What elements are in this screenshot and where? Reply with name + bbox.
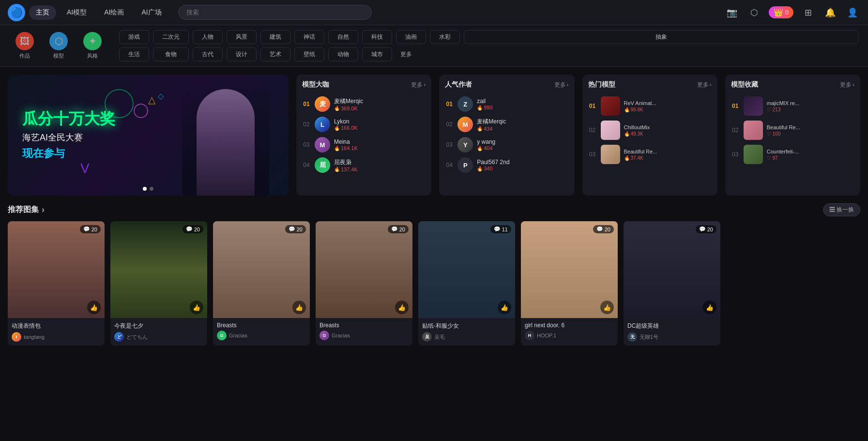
- type-models[interactable]: ⬡ 模型: [42, 29, 76, 62]
- rank-number: 04: [302, 162, 311, 168]
- model-stat: 🔥49.3K: [624, 131, 712, 137]
- cat-landscape[interactable]: 风景: [227, 30, 257, 44]
- model-master-item[interactable]: 04 屈 屈夜枭 🔥137.4K: [302, 155, 426, 175]
- collection-item[interactable]: 03 Counterfeit-... ♡ 97: [731, 142, 854, 167]
- cat-design[interactable]: 设计: [227, 47, 257, 61]
- image-card[interactable]: 💬 20 👍 Breasts G Gracias: [316, 221, 412, 346]
- cat-watercolor[interactable]: 水彩: [430, 30, 460, 44]
- rank-number: 02: [731, 127, 740, 134]
- cat-person[interactable]: 人物: [193, 30, 223, 44]
- hot-model-item[interactable]: 02 ChilloutMix 🔥49.3K: [588, 118, 712, 142]
- styles-label: 风格: [87, 52, 98, 60]
- badge-count: 11: [502, 227, 508, 232]
- model-master-item[interactable]: 01 麦 麦橘Merqic 🔥369.0K: [302, 94, 426, 114]
- cat-anime[interactable]: 二次元: [153, 30, 189, 44]
- collection-item[interactable]: 02 Beautiful Re... ♡ 100: [731, 118, 854, 142]
- author-name: HOOP.1: [537, 333, 556, 338]
- rank-number: 02: [445, 121, 454, 128]
- badge-count: 20: [605, 227, 610, 232]
- thumb-placeholder: [601, 121, 620, 140]
- type-styles[interactable]: ✦ 风格: [76, 29, 109, 62]
- card-title: Breasts: [320, 322, 409, 329]
- cat-life[interactable]: 生活: [119, 47, 149, 61]
- cat-game[interactable]: 游戏: [119, 30, 149, 44]
- banner-dot-1[interactable]: [143, 187, 147, 191]
- banner-dot-2[interactable]: [150, 187, 153, 191]
- card-count-badge: 💬 20: [593, 225, 614, 233]
- panel-header-hot: 热门模型 更多 ›: [588, 80, 712, 89]
- nav-right-area: 📷 ⬡ 👑 0 ⊞ 🔔 👤: [709, 5, 860, 20]
- artworks-label: 作品: [19, 52, 30, 60]
- cat-nature[interactable]: 自然: [328, 30, 358, 44]
- image-card[interactable]: 💬 20 👍 Breasts G Gracias: [213, 221, 310, 346]
- image-card[interactable]: 💬 20 👍 今夜是七夕 ど どてちん: [110, 221, 207, 346]
- cat-more[interactable]: 更多: [396, 48, 426, 61]
- card-like-button[interactable]: 👍: [292, 301, 306, 314]
- cat-city[interactable]: 城市: [362, 47, 392, 61]
- image-card[interactable]: 💬 20 👍 DC超级英雄 无 无聊1号: [624, 221, 720, 346]
- card-like-button[interactable]: 👍: [87, 301, 101, 314]
- card-like-button[interactable]: 👍: [600, 301, 614, 314]
- model-masters-panel: 模型大咖 更多 › 01 麦 麦橘Merqic 🔥369.0K 02 L Lyk…: [296, 75, 431, 196]
- user-info: 麦橘Merqic 🔥434: [477, 118, 568, 132]
- model-master-item[interactable]: 03 M Meina 🔥164.1K: [302, 135, 426, 155]
- panel-more-hot[interactable]: 更多 ›: [697, 81, 712, 89]
- hot-model-item[interactable]: 03 Beautiful Re... 🔥37.4K: [588, 142, 712, 167]
- cat-tech[interactable]: 科技: [362, 30, 392, 44]
- author-item[interactable]: 04 P Paul567 2nd 🔥340: [445, 155, 568, 175]
- notification-button[interactable]: 🔔: [822, 5, 838, 20]
- rank-number: 02: [302, 121, 311, 128]
- author-item[interactable]: 03 Y y wang 🔥404: [445, 135, 568, 155]
- camera-button[interactable]: 📷: [724, 5, 740, 20]
- card-thumbnail: 💬 20 👍: [521, 221, 618, 318]
- card-like-button[interactable]: 👍: [190, 301, 203, 314]
- nav-item-ai-model[interactable]: AI模型: [60, 5, 93, 20]
- grid-button[interactable]: ⊞: [800, 5, 816, 20]
- app-logo[interactable]: 🔵: [8, 4, 25, 21]
- image-card[interactable]: 💬 11 👍 贴纸-和服少女 吴 吴毛: [418, 221, 515, 346]
- points-badge[interactable]: 👑 0: [769, 6, 793, 18]
- cat-abstract[interactable]: 抽象: [464, 30, 858, 44]
- thumb-placeholder: [601, 145, 620, 164]
- image-card[interactable]: 💬 20 👍 girl next door. 6 H HOOP.1: [521, 221, 618, 346]
- image-card[interactable]: 💬 20 👍 动漫表情包 t tangtang: [8, 221, 105, 346]
- collection-item[interactable]: 01 majicMIX re... ♡ 213: [731, 94, 854, 118]
- author-item[interactable]: 02 M 麦橘Merqic 🔥434: [445, 114, 568, 135]
- collection-name: Beautiful Re...: [767, 124, 854, 131]
- card-like-button[interactable]: 👍: [703, 301, 716, 314]
- type-artworks[interactable]: 🖼 作品: [8, 29, 42, 62]
- panel-title-authors: 人气作者: [445, 80, 472, 89]
- collection-thumbnail: [744, 96, 763, 116]
- model-master-item[interactable]: 02 L Lykon 🔥166.0K: [302, 114, 426, 135]
- hero-banner[interactable]: △ ◇ V 瓜分十万大奖 海艺AI全民大赛 现在参与: [8, 75, 289, 196]
- panel-more-models[interactable]: 更多 ›: [411, 81, 426, 89]
- author-name: Gracias: [229, 333, 247, 338]
- cat-food[interactable]: 食物: [153, 47, 189, 61]
- cat-wallpaper[interactable]: 壁纸: [294, 47, 324, 61]
- card-like-button[interactable]: 👍: [498, 301, 511, 314]
- card-like-button[interactable]: 👍: [395, 301, 409, 314]
- author-name: 无聊1号: [640, 334, 658, 341]
- cat-art[interactable]: 艺术: [260, 47, 290, 61]
- card-author: 吴 吴毛: [422, 332, 511, 342]
- author-item[interactable]: 01 Z zail 🔥990: [445, 94, 568, 114]
- switch-button[interactable]: ☰ 换一换: [823, 203, 860, 216]
- hot-model-item[interactable]: 01 ReV Animat... 🔥98.8K: [588, 94, 712, 118]
- artworks-icon: 🖼: [15, 32, 34, 50]
- nav-item-ai-plaza[interactable]: AI广场: [135, 5, 168, 20]
- nav-item-ai-paint[interactable]: AI绘画: [97, 5, 131, 20]
- cat-ancient[interactable]: 古代: [193, 47, 223, 61]
- cat-myth[interactable]: 神话: [294, 30, 324, 44]
- panel-more-collections[interactable]: 更多 ›: [840, 81, 854, 89]
- recommend-section: 推荐图集 › ☰ 换一换 💬 20 👍 动漫表情包 t tangtang: [0, 203, 868, 353]
- cat-architecture[interactable]: 建筑: [260, 30, 290, 44]
- user-button[interactable]: 👤: [845, 5, 860, 20]
- hot-models-list: 01 ReV Animat... 🔥98.8K 02 ChilloutMix 🔥…: [588, 94, 712, 167]
- search-input[interactable]: [178, 5, 372, 20]
- card-thumbnail: 💬 20 👍: [110, 221, 207, 318]
- cube-button[interactable]: ⬡: [746, 5, 762, 20]
- panel-more-authors[interactable]: 更多 ›: [554, 81, 569, 89]
- cat-animal[interactable]: 动物: [328, 47, 358, 61]
- cat-oil[interactable]: 油画: [396, 30, 426, 44]
- nav-item-home[interactable]: 主页: [29, 5, 56, 20]
